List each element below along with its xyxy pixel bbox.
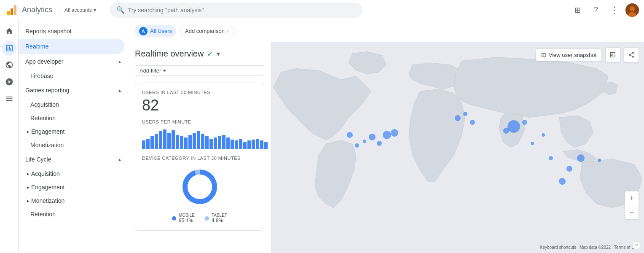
sidebar-icon-explore[interactable]: [2, 57, 17, 73]
bar-chart-bar: [264, 142, 268, 149]
map-help-button[interactable]: ?: [632, 241, 641, 250]
bar-chart-bar: [205, 136, 209, 149]
life-cycle-label: Life Cycle: [25, 156, 51, 163]
view-snapshot-label: View user snapshot: [549, 52, 596, 58]
chart-icon-button[interactable]: [605, 47, 620, 62]
sidebar-icon-advertising[interactable]: [2, 74, 17, 89]
sidebar-icon-realtime[interactable]: [2, 40, 17, 56]
add-comparison-plus-icon: +: [226, 28, 230, 34]
sidebar-item-lc-acquisition[interactable]: ▸ Acquisition: [19, 167, 128, 180]
users-30min-value: 82: [142, 97, 257, 114]
app-developer-chevron-icon: ▴: [118, 59, 121, 65]
search-input[interactable]: [128, 7, 356, 13]
bar-chart-bar: [142, 140, 145, 149]
map-footer: Keyboard shortcuts Map data ©2022 Terms …: [540, 245, 639, 250]
sidebar-item-monetization[interactable]: Monetization: [19, 138, 128, 152]
stats-title-text: Realtime overview: [135, 49, 204, 59]
check-icon: ✓: [207, 49, 213, 59]
users-30min-label: USERS IN LAST 30 MINUTES: [142, 90, 257, 95]
stats-header: Realtime overview ✓ ▾: [135, 49, 264, 59]
bar-chart: [142, 128, 257, 149]
map-data-label: Map data ©2022: [580, 245, 611, 250]
sidebar-section-life-cycle[interactable]: Life Cycle ▴: [19, 152, 128, 167]
nav-right: ⊞ ? ⋮: [570, 3, 639, 18]
all-users-avatar: A: [139, 27, 148, 35]
sidebar-item-acquisition[interactable]: Acquisition: [19, 98, 128, 111]
device-legend: MOBILE 95.1% TABLET 4.9%: [142, 213, 257, 223]
lc-monetization-label: Monetization: [31, 197, 64, 204]
bar-chart-bar: [155, 134, 158, 149]
snapshot-icon: ⊡: [541, 51, 546, 58]
bar-chart-bar: [176, 135, 179, 149]
map-zoom-controls: + −: [625, 191, 639, 219]
life-cycle-chevron-icon: ▴: [118, 156, 121, 162]
tablet-pct: 4.9%: [212, 218, 227, 223]
account-selector[interactable]: All accounts ▾: [59, 7, 96, 13]
zoom-in-button[interactable]: +: [625, 191, 639, 205]
bar-chart-bar: [172, 130, 175, 149]
stats-title: Realtime overview ✓ ▾: [135, 49, 220, 59]
mobile-label: MOBILE: [179, 213, 195, 218]
tablet-dot: [205, 216, 209, 221]
sidebar-item-realtime[interactable]: Realtime: [19, 39, 124, 54]
bar-chart-bar: [163, 129, 166, 149]
account-chevron-icon: ▾: [94, 7, 96, 13]
main-panel: Realtime overview ✓ ▾ Add filter + USERS…: [128, 42, 644, 253]
bar-chart-bar: [226, 137, 230, 149]
view-user-snapshot-button[interactable]: ⊡ View user snapshot: [536, 48, 602, 61]
sidebar-item-firebase[interactable]: Firebase: [19, 69, 128, 83]
sidebar-item-retention[interactable]: Retention: [19, 111, 128, 125]
svg-point-1: [630, 6, 635, 11]
more-vert-button[interactable]: ⋮: [607, 3, 622, 18]
add-filter-label: Add filter: [140, 67, 161, 74]
bar-chart-bar: [188, 135, 192, 149]
reports-snapshot-label: Reports snapshot: [25, 28, 72, 35]
bar-chart-bar: [260, 140, 263, 149]
bar-chart-bar: [222, 135, 225, 149]
sidebar-item-reports-snapshot[interactable]: Reports snapshot: [19, 24, 124, 39]
keyboard-shortcuts-link[interactable]: Keyboard shortcuts: [540, 245, 576, 250]
top-nav: Analytics All accounts ▾ 🔍 ⊞ ? ⋮: [0, 0, 644, 20]
add-filter-button[interactable]: Add filter +: [135, 65, 264, 76]
bar-chart-bar: [247, 140, 251, 149]
bar-chart-bar: [252, 140, 255, 149]
bar-chart-bar: [239, 139, 242, 149]
engagement-label: Engagement: [31, 128, 64, 135]
sidebar-section-games-reporting[interactable]: Games reporting ▴: [19, 83, 128, 98]
mobile-legend-item: MOBILE 95.1%: [172, 213, 195, 223]
add-comparison-button[interactable]: Add comparison +: [180, 26, 235, 36]
bar-chart-bar: [167, 133, 171, 149]
search-bar: 🔍: [110, 3, 362, 18]
app-title: Analytics: [22, 5, 52, 14]
sidebar-item-lc-engagement[interactable]: ▸ Engagement: [19, 180, 128, 194]
apps-grid-button[interactable]: ⊞: [570, 3, 585, 18]
avatar[interactable]: [625, 3, 639, 17]
help-button[interactable]: ?: [588, 3, 604, 18]
sidebar-icon-home[interactable]: [2, 24, 17, 39]
bar-chart-bar: [218, 136, 221, 149]
realtime-label: Realtime: [25, 43, 48, 50]
content-area: A All Users Add comparison + Realtime ov…: [128, 20, 644, 253]
stats-card: USERS IN LAST 30 MINUTES 82 USERS PER MI…: [135, 83, 264, 231]
lc-acquisition-label: Acquisition: [31, 170, 60, 177]
share-icon-button[interactable]: [624, 47, 639, 62]
tablet-label: TABLET: [212, 213, 227, 218]
sidebar-item-engagement[interactable]: ▸ Engagement: [19, 125, 128, 138]
bar-chart-bar: [197, 131, 200, 149]
device-category-label: DEVICE CATEGORY IN LAST 30 MINUTES: [142, 156, 257, 161]
sidebar-item-lc-monetization[interactable]: ▸ Monetization: [19, 194, 128, 207]
all-users-label: All Users: [150, 28, 172, 34]
lc-retention-label: Retention: [30, 211, 56, 218]
app-developer-label: App developer: [25, 58, 63, 65]
zoom-out-button[interactable]: −: [625, 205, 639, 219]
sidebar-item-lc-retention[interactable]: Retention: [19, 207, 128, 221]
all-users-chip[interactable]: A All Users: [135, 25, 176, 37]
bar-chart-bar: [184, 137, 188, 149]
bar-chart-bar: [193, 133, 196, 149]
sidebar-icon-configure[interactable]: [2, 91, 17, 106]
stats-title-chevron-icon[interactable]: ▾: [217, 50, 220, 58]
sidebar-section-app-developer[interactable]: App developer ▴: [19, 54, 128, 69]
bar-chart-bar: [256, 139, 259, 149]
world-map-svg: [271, 42, 644, 253]
bar-chart-bar: [159, 131, 162, 149]
